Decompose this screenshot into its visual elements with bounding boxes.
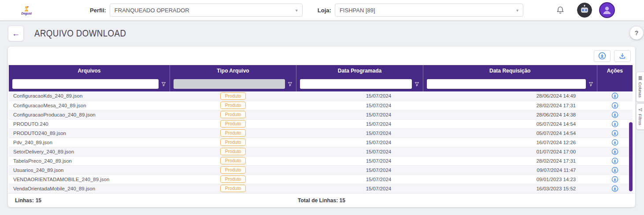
table-header-row: Arquivos Tipo Arquivo Data Programada Da… bbox=[9, 65, 633, 77]
download-row-button[interactable] bbox=[611, 130, 618, 137]
download-tray-icon bbox=[619, 52, 626, 59]
scrollbar-thumb[interactable] bbox=[629, 122, 633, 191]
perfil-group: Perfil: FRANQUEADO OPERADOR ▾ bbox=[90, 4, 303, 17]
cell-arquivo: Usuarios_240_89.json bbox=[9, 165, 170, 175]
download-row-button[interactable] bbox=[611, 148, 618, 155]
cell-data-requisicao: 01/07/2024 17:00 bbox=[423, 147, 597, 156]
perfil-select[interactable]: FRANQUEADO OPERADOR ▾ bbox=[110, 4, 303, 17]
column-header-data-programada[interactable]: Data Programada bbox=[296, 65, 423, 77]
download-circle-icon bbox=[611, 148, 618, 155]
table-filter-row bbox=[9, 77, 633, 91]
tipo-produto-badge: Produto bbox=[220, 92, 246, 100]
filter-tipo-arquivo-input[interactable] bbox=[174, 79, 285, 89]
table-row: PRODUTO.240 Produto 15/07/2024 05/07/202… bbox=[9, 119, 633, 128]
cell-arquivo: Pdv_240_89.json bbox=[9, 138, 170, 147]
assistant-robot-avatar[interactable] bbox=[577, 3, 592, 18]
download-row-button[interactable] bbox=[611, 111, 618, 118]
cell-acoes bbox=[597, 138, 633, 147]
columns-icon bbox=[638, 76, 642, 80]
download-row-button[interactable] bbox=[611, 120, 618, 128]
total-linhas-counter: Total de Linhas: 15 bbox=[8, 197, 635, 204]
loja-group: Loja: FISHPAN [89] ▾ bbox=[318, 4, 523, 17]
download-circle-icon bbox=[611, 92, 618, 99]
topbar: Degust Perfil: FRANQUEADO OPERADOR ▾ Loj… bbox=[0, 0, 644, 20]
tab-filtros[interactable]: Filtros bbox=[636, 103, 644, 130]
tipo-produto-badge: Produto bbox=[220, 129, 246, 137]
cell-arquivo: TabelaPreco_240_89.json bbox=[9, 156, 170, 165]
column-header-acoes[interactable]: Ações bbox=[597, 65, 633, 77]
total-linhas-label: Total de Linhas: bbox=[298, 197, 338, 204]
degust-logo-icon bbox=[22, 6, 31, 12]
cell-data-programada: 15/07/2024 bbox=[296, 128, 423, 138]
table-row: VENDAORIENTADAMOBILE_240_89.json Produto… bbox=[9, 175, 633, 184]
cell-tipo-arquivo: Produto bbox=[170, 91, 296, 101]
cell-tipo-arquivo: Produto bbox=[170, 110, 296, 119]
cell-data-programada: 15/07/2024 bbox=[296, 156, 423, 165]
cell-arquivo: ConfiguracaoMesa_240_89.json bbox=[9, 101, 170, 110]
cell-acoes bbox=[597, 156, 633, 165]
degust-logo: Degust bbox=[16, 6, 37, 15]
tipo-produto-badge: Produto bbox=[220, 111, 246, 118]
cell-acoes bbox=[597, 110, 633, 119]
download-circle-icon bbox=[611, 111, 618, 118]
degust-logo-text: Degust bbox=[21, 12, 32, 15]
filter-data-requisicao-input[interactable] bbox=[427, 79, 586, 89]
arquivos-table: Arquivos Tipo Arquivo Data Programada Da… bbox=[9, 65, 633, 193]
cell-arquivo: ConfiguracaoProducao_240_89.json bbox=[9, 110, 170, 119]
page-title: ARQUIVO DOWNLOAD bbox=[34, 28, 126, 39]
cell-data-requisicao: 16/07/2024 12:26 bbox=[423, 138, 597, 147]
download-row-button[interactable] bbox=[611, 139, 618, 146]
tipo-produto-badge: Produto bbox=[220, 157, 246, 164]
filter-funnel-icon[interactable] bbox=[288, 82, 292, 87]
column-header-data-requisicao[interactable]: Data Requisição bbox=[423, 65, 597, 77]
cell-arquivo: ConfiguracaoKds_240_89.json bbox=[9, 91, 170, 101]
back-button[interactable]: ← bbox=[8, 26, 24, 41]
download-row-button[interactable] bbox=[611, 157, 618, 164]
cell-data-requisicao: 09/07/2024 11:47 bbox=[423, 165, 597, 175]
help-button[interactable]: ? bbox=[630, 26, 643, 40]
download-row-button[interactable] bbox=[611, 102, 618, 109]
cell-tipo-arquivo: Produto bbox=[170, 147, 296, 156]
export-button[interactable] bbox=[614, 50, 631, 62]
tipo-produto-badge: Produto bbox=[220, 166, 246, 174]
download-circle-icon bbox=[611, 130, 618, 137]
cell-arquivo: PRODUTO.240 bbox=[9, 119, 170, 128]
download-circle-icon bbox=[611, 120, 618, 128]
vertical-scrollbar bbox=[629, 92, 633, 192]
filter-funnel-icon[interactable] bbox=[588, 82, 593, 87]
perfil-label: Perfil: bbox=[90, 7, 106, 14]
perfil-value: FRANQUEADO OPERADOR bbox=[115, 7, 189, 14]
download-selected-button[interactable] bbox=[594, 50, 611, 62]
chevron-down-icon: ▾ bbox=[296, 8, 298, 13]
tipo-produto-badge: Produto bbox=[220, 102, 246, 109]
chevron-down-icon: ▾ bbox=[516, 8, 518, 13]
cell-tipo-arquivo: Produto bbox=[170, 128, 296, 138]
loja-value: FISHPAN [89] bbox=[340, 7, 375, 14]
filter-funnel-icon[interactable] bbox=[161, 82, 166, 87]
cell-data-requisicao: 05/07/2024 14:54 bbox=[423, 119, 597, 128]
cell-arquivo: VendaOrientadaMobile_240_89.json bbox=[9, 184, 170, 193]
download-circle-icon bbox=[611, 139, 618, 146]
loja-select[interactable]: FISHPAN [89] ▾ bbox=[335, 4, 523, 17]
download-row-button[interactable] bbox=[611, 185, 618, 192]
tab-colunas[interactable]: Colunas bbox=[636, 72, 644, 102]
filter-arquivos-input[interactable] bbox=[12, 79, 159, 89]
filter-funnel-icon[interactable] bbox=[415, 82, 419, 87]
download-row-button[interactable] bbox=[611, 92, 618, 99]
cell-data-programada: 15/07/2024 bbox=[296, 101, 423, 110]
cell-arquivo: VENDAORIENTADAMOBILE_240_89.json bbox=[9, 175, 170, 184]
cell-acoes bbox=[597, 128, 633, 138]
cell-tipo-arquivo: Produto bbox=[170, 175, 296, 184]
column-header-arquivos[interactable]: Arquivos bbox=[9, 65, 170, 77]
download-row-button[interactable] bbox=[611, 176, 618, 183]
filter-data-programada-input[interactable] bbox=[300, 79, 411, 89]
cell-acoes bbox=[597, 175, 633, 184]
filter-icon bbox=[638, 108, 642, 112]
download-row-button[interactable] bbox=[611, 167, 618, 174]
table-row: ConfiguracaoKds_240_89.json Produto 15/0… bbox=[9, 91, 633, 101]
notification-bell-icon[interactable] bbox=[556, 5, 565, 15]
column-header-tipo-arquivo[interactable]: Tipo Arquivo bbox=[170, 65, 296, 77]
user-avatar[interactable] bbox=[599, 2, 615, 18]
cell-data-requisicao: 09/01/2023 14:23 bbox=[423, 175, 597, 184]
download-circle-icon bbox=[611, 167, 618, 174]
